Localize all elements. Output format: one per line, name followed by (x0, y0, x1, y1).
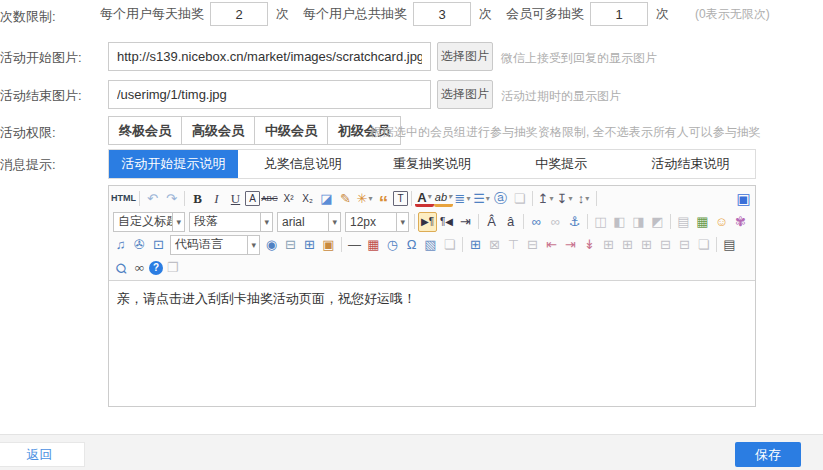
custom-title-select[interactable]: 自定义标题▾ (113, 212, 185, 232)
image-float-right-icon[interactable]: ◨ (629, 212, 648, 232)
to-lowercase-icon[interactable]: â (501, 212, 520, 232)
chevron-down-icon[interactable]: ▾ (448, 193, 452, 201)
paste-icon[interactable]: ❐ (163, 258, 182, 278)
insert-table-icon[interactable]: ⊞ (466, 235, 485, 255)
image-float-center-icon[interactable]: ◩ (648, 212, 667, 232)
scrawl-icon[interactable]: ✾ (731, 212, 750, 232)
undo-icon[interactable]: ↶ (143, 189, 162, 209)
unlink-icon[interactable]: ∞ (546, 212, 565, 232)
direction-rtl-icon[interactable]: ¶◀ (437, 212, 456, 232)
merge-cells-icon[interactable]: ⊞ (637, 235, 656, 255)
chevron-down-icon[interactable]: ▾ (428, 193, 432, 201)
to-uppercase-icon[interactable]: Â (482, 212, 501, 232)
limit-input-3[interactable] (590, 2, 648, 26)
insert-image-icon[interactable]: ▦ (693, 212, 712, 232)
subscript-icon[interactable]: X₂ (298, 189, 317, 209)
special-characters-icon[interactable]: Ω (402, 235, 421, 255)
member-level-button-1[interactable]: 终极会员 (108, 116, 182, 145)
paragraph-select[interactable]: 段落▾ (189, 212, 273, 232)
split-column-icon[interactable]: ⊟ (675, 235, 694, 255)
page-break-icon[interactable]: ⊟ (281, 235, 300, 255)
code-language-select[interactable]: 代码语言▾ (170, 235, 260, 255)
font-size-select[interactable]: 12px▾ (345, 212, 409, 232)
message-tab-5[interactable]: 活动结束说明 (626, 150, 755, 178)
strikethrough-icon[interactable]: ABC (260, 189, 279, 209)
merge-right-icon[interactable]: ⊞ (599, 235, 618, 255)
unordered-list-icon[interactable]: ☰▾ (472, 189, 491, 209)
print-icon[interactable]: ▤ (720, 235, 739, 255)
indent-icon[interactable]: ⇥ (456, 212, 475, 232)
image-float-none-icon[interactable]: ◫ (591, 212, 610, 232)
insert-video-icon[interactable]: ▥ (750, 212, 753, 232)
chevron-down-icon[interactable]: ▾ (486, 195, 490, 203)
insert-date-icon[interactable]: ▦ (364, 235, 383, 255)
select-all-icon[interactable]: ⓐ (491, 189, 510, 209)
underline-icon[interactable]: U (226, 189, 245, 209)
chevron-down-icon[interactable]: ▾ (568, 195, 572, 203)
superscript-icon[interactable]: X² (279, 189, 298, 209)
insert-music-icon[interactable]: ♫ (111, 235, 130, 255)
fullscreen-icon[interactable]: ▣ (734, 189, 753, 209)
map-icon[interactable]: ⊡ (149, 235, 168, 255)
paragraph-spacing-top-icon[interactable]: ↥▾ (536, 189, 555, 209)
paste-plain-icon[interactable]: T (393, 191, 408, 206)
member-level-button-3[interactable]: 中级会员 (255, 116, 328, 145)
end-image-input[interactable] (108, 80, 431, 109)
redo-icon[interactable]: ↷ (162, 189, 181, 209)
editor-content[interactable]: 亲，请点击进入刮刮卡抽奖活动页面，祝您好运哦！ (109, 281, 755, 406)
message-tab-1[interactable]: 活动开始提示说明 (109, 150, 238, 178)
blockquote-icon[interactable]: “ (374, 189, 393, 209)
template-icon[interactable]: ▣ (319, 235, 338, 255)
message-tab-2[interactable]: 兑奖信息说明 (238, 150, 367, 178)
direction-ltr-icon[interactable]: ▶¶ (418, 212, 437, 232)
insert-row-icon[interactable]: ⇤ (542, 235, 561, 255)
format-painter-icon[interactable]: ✎ (336, 189, 355, 209)
ordered-list-icon[interactable]: ≣▾ (453, 189, 472, 209)
message-tab-4[interactable]: 中奖提示 (497, 150, 626, 178)
edit-image-icon[interactable]: ▧ (421, 235, 440, 255)
link-icon[interactable]: ∞ (527, 212, 546, 232)
insert-column-icon[interactable]: ⇥ (561, 235, 580, 255)
split-row-icon[interactable]: ⊟ (656, 235, 675, 255)
source-button[interactable]: HTML (111, 189, 136, 209)
limit-input-2[interactable] (413, 2, 471, 26)
anchor-icon[interactable]: ⚓ (565, 212, 584, 232)
highlight-color-icon[interactable]: ab▾ (434, 191, 453, 207)
clear-doc-icon[interactable]: ❏ (510, 189, 529, 209)
insert-time-icon[interactable]: ◷ (383, 235, 402, 255)
limit-input-1[interactable] (210, 2, 268, 26)
table-sort-icon[interactable]: ⊟ (523, 235, 542, 255)
back-button[interactable]: 返回 (0, 442, 85, 467)
paragraph-spacing-bottom-icon[interactable]: ↧▾ (555, 189, 574, 209)
insert-code-icon[interactable]: ◉ (262, 235, 281, 255)
chevron-down-icon[interactable]: ▾ (172, 213, 184, 231)
font-border-icon[interactable]: A (245, 191, 260, 206)
end-image-pick-button[interactable]: 选择图片 (437, 80, 493, 109)
insert-iframe-icon[interactable]: ⊞ (300, 235, 319, 255)
print-preview-icon[interactable]: ❏ (440, 235, 459, 255)
merge-down-icon[interactable]: ⊞ (618, 235, 637, 255)
chevron-down-icon[interactable]: ▾ (247, 236, 259, 254)
auto-typeset-icon[interactable]: ✳▾ (355, 189, 374, 209)
italic-icon[interactable]: I (207, 189, 226, 209)
save-button[interactable]: 保存 (735, 442, 801, 467)
message-tab-3[interactable]: 重复抽奖说明 (367, 150, 496, 178)
chevron-down-icon[interactable]: ▾ (368, 195, 372, 203)
horizontal-rule-icon[interactable]: — (345, 235, 364, 255)
delete-table-icon[interactable]: ⊠ (485, 235, 504, 255)
chevron-down-icon[interactable]: ▾ (396, 213, 408, 231)
font-color-icon[interactable]: A▾ (415, 191, 434, 207)
chevron-down-icon[interactable]: ▾ (328, 213, 340, 231)
new-page-icon[interactable]: ❏ (694, 235, 713, 255)
table-title-icon[interactable]: ⊤ (504, 235, 523, 255)
chevron-down-icon[interactable]: ▾ (466, 195, 470, 203)
bold-icon[interactable]: B (188, 189, 207, 209)
chevron-down-icon[interactable]: ▾ (549, 195, 553, 203)
line-height-icon[interactable]: ↕▾ (574, 189, 593, 209)
attachment-icon[interactable]: ✇ (130, 235, 149, 255)
font-family-select[interactable]: arial▾ (277, 212, 341, 232)
help-icon[interactable]: ? (149, 261, 163, 275)
member-level-button-2[interactable]: 高级会员 (182, 116, 255, 145)
emoticon-icon[interactable]: ☺ (712, 212, 731, 232)
image-float-left-icon[interactable]: ◧ (610, 212, 629, 232)
